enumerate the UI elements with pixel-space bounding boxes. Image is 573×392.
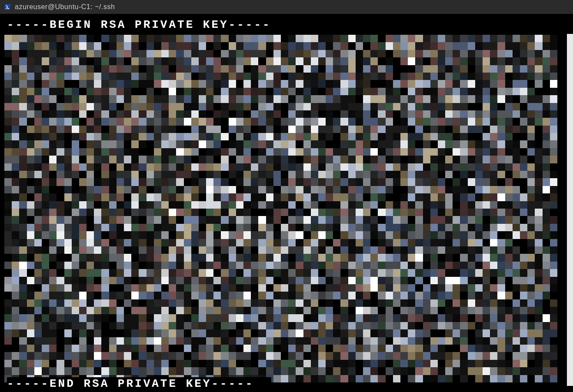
- window-titlebar: azureuser@Ubuntu-C1: ~/.ssh: [0, 0, 573, 14]
- window-title: azureuser@Ubuntu-C1: ~/.ssh: [15, 3, 115, 11]
- terminal-scrollbar[interactable]: [567, 34, 573, 386]
- powershell-icon: [3, 3, 11, 11]
- rsa-end-line: -----END RSA PRIVATE KEY-----: [7, 377, 271, 390]
- redacted-key-body: [4, 35, 557, 382]
- rsa-begin-line: -----BEGIN RSA PRIVATE KEY-----: [7, 18, 289, 31]
- terminal-area[interactable]: -----BEGIN RSA PRIVATE KEY----- -----END…: [0, 14, 573, 392]
